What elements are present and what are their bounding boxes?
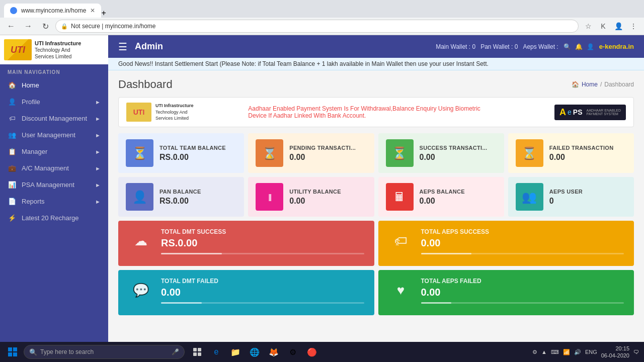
dmt-success-icon: ☁ [128, 228, 153, 253]
breadcrumb-current: Dashboard [604, 81, 634, 88]
sidebar-item-manager[interactable]: 📋 Manager ► [0, 143, 108, 160]
ticker-bar: Good News!! Instant Settlement Start (Pl… [108, 58, 644, 70]
sidebar-item-reports-label: Reports [22, 198, 45, 205]
taskbar-keyboard-icon: ⌨ [551, 349, 559, 355]
manager-arrow-icon: ► [95, 149, 101, 155]
discount-icon: 🏷 [8, 115, 17, 122]
breadcrumb-separator: / [600, 81, 602, 88]
ekendra-link[interactable]: e-kendra.in [599, 43, 634, 50]
sidebar-item-user-management[interactable]: 👥 User Management ► [0, 127, 108, 143]
uti-logo-box: UTI [126, 103, 151, 122]
aeps-wallet-info: Aeps Wallet : [523, 43, 558, 50]
stat-card-aeps-balance: 🖩 AEPS BALANCE 0.00 [378, 177, 504, 217]
breadcrumb-home-icon: 🏠 [572, 81, 579, 88]
forward-button[interactable]: → [21, 19, 35, 33]
pan-wallet-info: Pan Wallet : 0 [480, 43, 518, 50]
address-bar[interactable]: 🔒 Not secure | myincome.in/home [55, 20, 579, 33]
sidebar-item-manager-label: Manager [22, 148, 47, 155]
aeps-a-letter: A [559, 107, 566, 118]
menu-icon[interactable]: ⋮ [627, 20, 640, 33]
sidebar-item-profile[interactable]: 👤 Profile ► [0, 94, 108, 110]
pan-balance-label: PAN BALANCE [159, 189, 236, 195]
stat-card-success-transaction: ⏳ SUCCESS TRANSACTI... 0.00 [378, 133, 504, 173]
back-button[interactable]: ← [4, 19, 18, 33]
aeps-notice-text: Aadhaar Enabled Payment System Is For Wi… [248, 105, 500, 119]
notification-icon[interactable]: 🔔 [575, 43, 583, 50]
taskbar-search[interactable]: 🔍 Type here to search 🎤 [24, 345, 185, 359]
stat-card-utility-balance: ||| UTILITY BALANCE 0.00 [248, 177, 374, 217]
pan-balance-value: RS.0.00 [159, 197, 236, 206]
edge-icon[interactable]: e [207, 343, 225, 361]
firefox-icon[interactable]: 🦊 [265, 343, 283, 361]
svg-rect-1 [13, 347, 17, 351]
user-icon[interactable]: 👤 [612, 20, 625, 33]
aeps-user-value: 0 [549, 197, 626, 206]
browser-tab[interactable]: www.myincome.in/home ✕ [4, 4, 101, 18]
stat-card-pan-balance: 👤 PAN BALANCE RS.0.00 [118, 177, 244, 217]
taskbar-up-arrow-icon[interactable]: ▲ [541, 349, 547, 355]
admin-title: Admin [135, 41, 163, 52]
sidebar-item-home[interactable]: 🏠 Home [0, 77, 108, 94]
psa-icon: 📊 [8, 181, 17, 189]
taskbar-right: ⚙ ▲ ⌨ 📶 🔊 ENG 20:15 06-04-2020 🗨 [532, 345, 641, 359]
taskbar-time-display: 20:15 [601, 345, 629, 352]
stat-card-pending-transaction: ⌛ PENDING TRANSACTI... 0.00 [248, 133, 374, 173]
aeps-tagline: AADHAAR ENABLEDPAYMENT SYSTEM [587, 109, 621, 116]
breadcrumb-home-link[interactable]: Home [582, 81, 598, 88]
sidebar-item-ac-management[interactable]: 💼 A/C Managment ► [0, 160, 108, 176]
start-button[interactable] [3, 343, 23, 361]
utility-icon: ||| [256, 183, 283, 211]
top-bar: ☰ Admin Main Wallet : 0 Pan Wallet : 0 A… [108, 35, 644, 58]
app-icon[interactable]: 🔴 [303, 343, 321, 361]
main-nav-label: MAIN NAVIGATION [0, 64, 108, 77]
recharge-icon: ⚡ [8, 214, 17, 222]
taskbar: 🔍 Type here to search 🎤 e 📁 🌐 🦊 ⚙ 🔴 ⚙ ▲ … [0, 342, 644, 362]
sidebar-item-profile-label: Profile [22, 98, 40, 106]
failed-tx-label: FAILED TRANSACTION [549, 145, 626, 151]
stat-card-total-team-balance: ⏳ TOTAL TEAM BALANCE RS.0.00 [118, 133, 244, 173]
tab-favicon [10, 7, 17, 14]
user-account-icon[interactable]: 👤 [587, 43, 594, 50]
hamburger-icon[interactable]: ☰ [118, 41, 127, 53]
svg-rect-2 [8, 352, 12, 356]
task-view-icon[interactable] [188, 343, 206, 361]
chrome-icon[interactable]: 🌐 [246, 343, 264, 361]
tab-close-icon[interactable]: ✕ [90, 7, 95, 14]
main-content: ☰ Admin Main Wallet : 0 Pan Wallet : 0 A… [108, 35, 644, 362]
taskbar-volume-icon: 🔊 [574, 349, 581, 355]
pan-balance-icon: 👤 [126, 183, 153, 211]
taskbar-notification-icon[interactable]: 🗨 [633, 349, 639, 355]
aeps-success-icon: 🏷 [388, 228, 414, 253]
sidebar-item-reports[interactable]: 📄 Reports ► [0, 193, 108, 210]
search-icon[interactable]: 🔍 [564, 43, 571, 50]
aeps-user-label: AEPS USER [549, 189, 626, 195]
sidebar-item-discount-label: Discount Management [22, 115, 87, 122]
file-explorer-icon[interactable]: 📁 [226, 343, 245, 361]
page-title: Dashboard [118, 78, 173, 91]
team-balance-icon: ⏳ [126, 139, 153, 167]
sidebar-item-users-label: User Management [22, 131, 75, 139]
extension-icon[interactable]: K [597, 20, 610, 33]
taskbar-search-placeholder: Type here to search [40, 348, 94, 355]
aeps-balance-value: 0.00 [420, 197, 497, 206]
refresh-button[interactable]: ↻ [38, 19, 52, 33]
sidebar-item-psa[interactable]: 📊 PSA Management ► [0, 176, 108, 193]
uti-logo-icon: UTI [4, 39, 32, 60]
success-tx-icon: ⏳ [386, 139, 414, 167]
new-tab-button[interactable]: + [101, 9, 106, 18]
failed-tx-value: 0.00 [549, 153, 626, 162]
psa-arrow-icon: ► [95, 182, 101, 188]
dmt-failed-icon: 💬 [128, 278, 153, 303]
wide-card-aeps-failed: ♥ TOTAL AEPS FAILED 0.00 [378, 270, 634, 315]
bookmark-icon[interactable]: ☆ [582, 20, 595, 33]
taskbar-settings-icon[interactable]: ⚙ [532, 349, 537, 355]
chrome2-icon[interactable]: ⚙ [284, 343, 302, 361]
sidebar-item-recharge[interactable]: ⚡ Latest 20 Recharge [0, 210, 108, 226]
utility-label: UTILITY BALANCE [289, 189, 366, 195]
stat-card-failed-transaction: ⌛ FAILED TRANSACTION 0.00 [508, 133, 634, 173]
sidebar-item-discount[interactable]: 🏷 Discount Management ► [0, 110, 108, 127]
aeps-failed-label: TOTAL AEPS FAILED [421, 278, 624, 285]
tab-title: www.myincome.in/home [21, 7, 86, 14]
utility-value: 0.00 [289, 197, 366, 206]
taskbar-date-display: 06-04-2020 [601, 352, 629, 359]
